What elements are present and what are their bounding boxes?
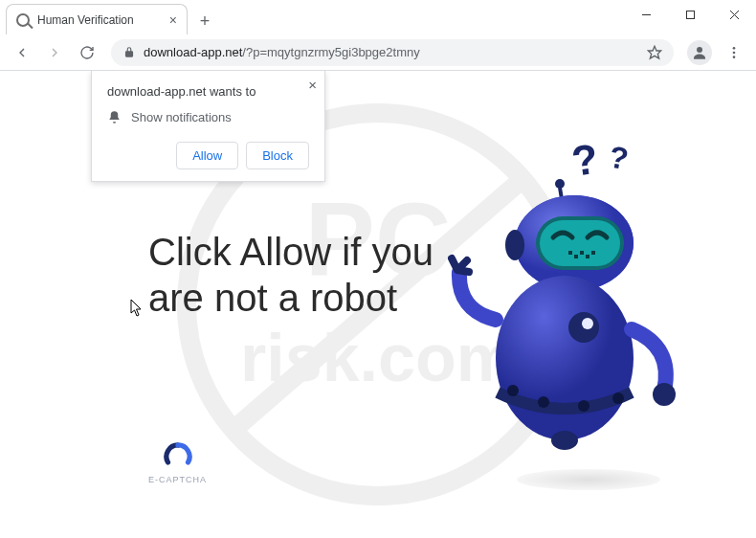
captcha-logo-label: E-CAPTCHA [148, 475, 207, 484]
page-viewport: PC risk.com × download-app.net wants to … [0, 71, 756, 538]
window-controls [624, 0, 756, 29]
svg-rect-23 [580, 251, 584, 255]
svg-point-7 [733, 51, 736, 54]
svg-marker-4 [648, 46, 660, 58]
svg-point-6 [733, 47, 736, 50]
svg-text:?: ? [607, 139, 632, 176]
svg-point-30 [507, 385, 519, 396]
svg-point-5 [697, 47, 702, 53]
robot-shadow [517, 469, 660, 490]
minimize-button[interactable] [624, 0, 668, 29]
svg-rect-21 [568, 251, 572, 255]
svg-point-27 [496, 276, 634, 440]
svg-point-35 [551, 431, 578, 450]
svg-point-26 [505, 230, 524, 260]
page-headline-block: Click Allow if you are not a robot [148, 229, 435, 321]
block-button[interactable]: Block [246, 142, 309, 169]
permission-item: Show notifications [107, 110, 309, 124]
captcha-logo-icon [164, 442, 192, 471]
svg-point-31 [538, 396, 549, 408]
close-icon[interactable]: × [308, 77, 317, 93]
svg-rect-24 [586, 255, 589, 258]
svg-point-34 [653, 383, 676, 406]
svg-point-32 [578, 400, 589, 412]
forward-button[interactable] [40, 38, 69, 67]
svg-point-29 [582, 318, 593, 329]
lock-icon [122, 46, 136, 59]
reload-button[interactable] [73, 38, 101, 67]
maximize-button[interactable] [668, 0, 712, 29]
allow-button[interactable]: Allow [176, 142, 238, 169]
browser-tab[interactable]: Human Verification × [6, 4, 188, 34]
svg-rect-1 [686, 11, 694, 18]
svg-rect-20 [540, 220, 620, 266]
svg-point-15 [555, 179, 565, 189]
address-bar[interactable]: download-app.net/?p=mqytgnzrmy5gi3bpge2t… [111, 39, 674, 66]
browser-toolbar: download-app.net/?p=mqytgnzrmy5gi3bpge2t… [0, 34, 756, 71]
back-button[interactable] [8, 38, 36, 67]
kebab-menu-icon[interactable] [720, 38, 748, 67]
captcha-logo: E-CAPTCHA [148, 442, 207, 484]
tab-title: Human Verification [37, 13, 134, 27]
profile-avatar[interactable] [687, 40, 712, 65]
new-tab-button[interactable]: + [191, 8, 218, 34]
permission-host-text: download-app.net wants to [107, 84, 309, 99]
cursor-icon [130, 299, 144, 318]
robot-illustration: ? ? [440, 138, 689, 463]
svg-point-33 [612, 392, 624, 404]
permission-item-label: Show notifications [131, 110, 232, 124]
url-text: download-app.net/?p=mqytgnzrmy5gi3bpge2t… [144, 45, 420, 59]
close-tab-icon[interactable]: × [169, 12, 177, 28]
svg-rect-22 [574, 255, 578, 258]
close-window-button[interactable] [712, 0, 756, 29]
svg-rect-25 [591, 251, 595, 255]
notification-permission-dialog: × download-app.net wants to Show notific… [91, 71, 325, 182]
svg-point-8 [733, 56, 736, 58]
bookmark-star-icon[interactable] [647, 45, 662, 60]
window-titlebar: Human Verification × + [0, 0, 756, 34]
bell-icon [107, 110, 122, 124]
magnifier-icon [16, 13, 30, 27]
page-headline: Click Allow if you are not a robot [148, 229, 435, 321]
svg-text:?: ? [568, 138, 600, 185]
